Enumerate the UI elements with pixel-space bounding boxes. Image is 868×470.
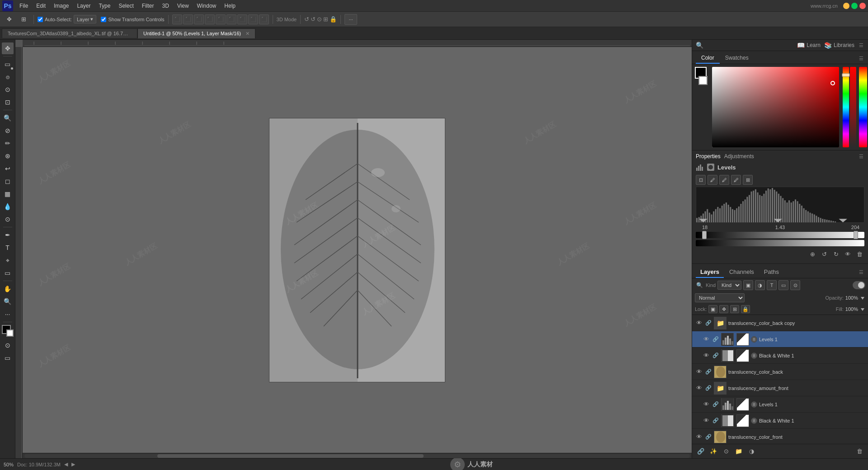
layer-visibility-eye[interactable]: 👁 (702, 335, 710, 343)
lock-all-btn[interactable]: 🔒 (741, 305, 750, 313)
alpha-slider[interactable] (850, 67, 856, 147)
healing-tool[interactable]: ⊘ (2, 125, 14, 136)
layer-visibility-eye[interactable]: 👁 (695, 368, 703, 376)
brush-tool[interactable]: ✏ (2, 137, 14, 149)
output-low-handle[interactable] (702, 231, 707, 239)
canvas-area[interactable]: | | | | | | | | 人人素材区 人人素材区 人人素材区 人人素材 (15, 40, 692, 458)
layer-visibility-eye[interactable]: 👁 (702, 400, 710, 409)
color-tab[interactable]: Color (696, 53, 720, 64)
layer-visibility-eye[interactable]: 👁 (702, 352, 710, 360)
distribute-h-btn[interactable]: ⬛ (237, 14, 247, 24)
layer-link-btn[interactable]: 🔗 (705, 433, 712, 441)
tab-0[interactable]: TexturesCom_3DAtlas0389_1_albedo_XL.tif … (2, 28, 137, 38)
layer-row[interactable]: 👁 🔗 translucency_color_back (692, 364, 868, 380)
marquee-tool[interactable]: ▭ (2, 58, 14, 70)
eyedropper-tool[interactable]: 🔍 (2, 112, 14, 124)
layer-visibility-eye[interactable]: 👁 (695, 319, 703, 327)
search-icon[interactable]: 🔍 (696, 42, 703, 49)
levels-settings-icon[interactable]: ⊞ (743, 175, 753, 185)
menu-3d[interactable]: 3D (158, 2, 172, 10)
tab-close-1[interactable]: ✕ (245, 31, 250, 37)
properties-panel-menu[interactable]: ☰ (858, 153, 864, 160)
lock-pixels-btn[interactable]: ▣ (708, 305, 717, 313)
align-top-btn[interactable]: ⬛ (205, 14, 215, 24)
blur-tool[interactable]: 💧 (2, 201, 14, 212)
status-arrow-right[interactable]: ▶ (71, 461, 75, 467)
status-arrow-left[interactable]: ◀ (64, 461, 68, 467)
layer-row[interactable]: 👁 🔗 8 Levels 1 (692, 331, 868, 348)
layer-select[interactable]: Layer ▾ (74, 15, 97, 24)
quick-mask-btn[interactable]: ⊙ (2, 339, 14, 351)
panel-options-icon[interactable]: ☰ (858, 42, 864, 48)
color-spectrum[interactable] (712, 67, 839, 147)
layer-row[interactable]: 👁 🔗 8 Levels 1 (692, 396, 868, 413)
filter-smartobj-btn[interactable]: ⊙ (790, 280, 800, 290)
path-select-tool[interactable]: ⌖ (2, 254, 14, 266)
h-scroll-thumb[interactable] (157, 454, 424, 458)
text-tool[interactable]: T (2, 242, 14, 254)
layers-tab[interactable]: Layers (696, 267, 724, 278)
layer-link-btn[interactable]: 🔗 (705, 384, 712, 392)
previous-state-btn[interactable]: ↺ (819, 249, 829, 259)
level-low-input[interactable]: 18 (696, 225, 714, 230)
link-layers-btn[interactable]: 🔗 (696, 446, 706, 456)
align-center-v-btn[interactable]: ⬛ (216, 14, 226, 24)
foreground-color-swatch[interactable] (2, 325, 14, 337)
move-tool-icon[interactable]: ✥ (3, 14, 15, 25)
blend-mode-select[interactable]: Normal (695, 293, 745, 302)
zoom-tool[interactable]: 🔍 (2, 296, 14, 307)
dodge-tool[interactable]: ⊙ (2, 213, 14, 225)
paths-tab[interactable]: Paths (760, 267, 783, 278)
tool-options-icon[interactable]: ⊞ (17, 14, 30, 25)
hue-slider[interactable] (843, 67, 849, 147)
align-right-btn[interactable]: ⬛ (194, 14, 204, 24)
more-options-btn[interactable]: ··· (344, 14, 357, 25)
layer-kind-select[interactable]: Kind (717, 281, 741, 290)
menu-select[interactable]: Select (115, 2, 137, 10)
shape-tool[interactable]: ▭ (2, 267, 14, 279)
menu-filter[interactable]: Filter (138, 2, 158, 10)
layer-visibility-eye[interactable]: 👁 (695, 384, 703, 392)
layer-link-btn[interactable]: 🔗 (712, 335, 719, 343)
show-transform-checkbox[interactable] (101, 17, 106, 22)
filter-shape-btn[interactable]: ▭ (778, 280, 788, 290)
layer-row[interactable]: 👁 🔗 8 Black & White 1 (692, 413, 868, 429)
align-bottom-btn[interactable]: ⬛ (226, 14, 236, 24)
layer-link-btn[interactable]: 🔗 (705, 319, 712, 327)
layer-row[interactable]: 👁 🔗 📁 translucency_color_back copy (692, 315, 868, 331)
tab-1[interactable]: Untitled-1 @ 50% (Levels 1, Layer Mask/1… (137, 28, 255, 38)
window-minimize[interactable] (843, 3, 849, 9)
layer-row[interactable]: 👁 🔗 translucency_color_front (692, 429, 868, 444)
swatches-tab[interactable]: Swatches (720, 53, 754, 64)
channels-tab[interactable]: Channels (725, 267, 759, 278)
menu-type[interactable]: Type (95, 2, 114, 10)
pen-tool[interactable]: ✒ (2, 229, 14, 241)
filter-pixel-btn[interactable]: ▣ (743, 280, 753, 290)
menu-window[interactable]: Window (193, 2, 220, 10)
color-panel-menu[interactable]: ☰ (858, 55, 864, 61)
filter-toggle[interactable] (853, 281, 865, 289)
align-center-h-btn[interactable]: ⬛ (183, 14, 193, 24)
lasso-tool[interactable]: ⌾ (2, 71, 14, 83)
opacity-value[interactable]: 100% (845, 295, 858, 301)
distribute-extra-btn[interactable]: ⬛ (259, 14, 269, 24)
screen-mode-btn[interactable]: ▭ (2, 352, 14, 364)
add-style-btn[interactable]: ✨ (708, 446, 718, 456)
window-close[interactable] (859, 3, 866, 9)
lock-artboards-btn[interactable]: ⊞ (730, 305, 739, 313)
auto-levels-btn[interactable]: ⊡ (696, 175, 706, 185)
layer-visibility-eye[interactable]: 👁 (695, 433, 703, 441)
stamp-tool[interactable]: ⊛ (2, 150, 14, 162)
add-mask-btn[interactable]: ⊙ (721, 446, 731, 456)
sample-highlight-btn[interactable]: 🖉 (731, 175, 741, 185)
quick-select-tool[interactable]: ⊙ (2, 84, 14, 95)
layer-visibility-eye[interactable]: 👁 (702, 417, 710, 425)
layers-panel-menu[interactable]: ☰ (858, 269, 864, 276)
reset-btn[interactable]: ↻ (831, 249, 841, 259)
eraser-tool[interactable]: ◻ (2, 175, 14, 187)
layer-link-btn[interactable]: 🔗 (712, 417, 719, 425)
menu-edit[interactable]: Edit (33, 2, 49, 10)
menu-view[interactable]: View (174, 2, 193, 10)
horizontal-scrollbar[interactable] (23, 453, 692, 458)
history-tool[interactable]: ↩ (2, 163, 14, 174)
